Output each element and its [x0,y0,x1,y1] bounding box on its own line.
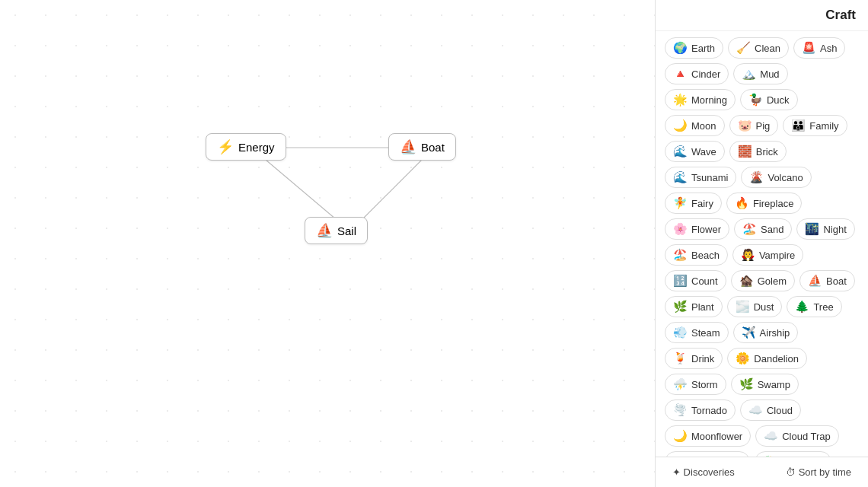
node-label-sail: Sail [337,224,356,237]
chip-label-28: Airship [760,327,790,339]
chip-icon-28: ✈️ [742,326,756,339]
chip-label-13: Volcano [767,172,803,183]
item-chip-pig[interactable]: 🐷Pig [729,115,779,136]
item-chip-clean[interactable]: 🧹Clean [728,37,789,59]
node-label-energy: Energy [238,141,275,154]
chip-label-18: Night [823,224,846,235]
chip-label-7: Moon [691,120,716,132]
discoveries-button[interactable]: ✦ Discoveries [668,463,739,481]
chip-icon-20: 🧛 [741,248,755,262]
item-chip-tornado[interactable]: 🌪️Tornado [665,399,736,421]
chip-label-23: Boat [826,275,847,287]
item-chip-dust[interactable]: 🌫️Dust [727,296,783,317]
item-chip-mud[interactable]: 🏔️Mud [733,63,787,84]
sidebar: Craft 🌍Earth🧹Clean🚨Ash🔺Cinder🏔️Mud🌟Morni… [655,0,868,487]
chip-icon-35: 🌙 [673,429,688,443]
chip-label-34: Cloud [767,405,793,416]
chip-icon-6: 🦆 [748,93,763,107]
chip-icon-7: 🌙 [673,119,688,132]
item-chip-count[interactable]: 🔢Count [665,270,726,291]
item-chip-storm[interactable]: ⛈️Storm [665,374,726,395]
item-chip-airship[interactable]: ✈️Airship [733,322,799,343]
item-chip-dragonfly[interactable]: 🐉Dragonfly [755,451,832,457]
chip-label-29: Drink [691,353,714,364]
item-chip-volcano[interactable]: 🌋Volcano [741,167,811,188]
chip-label-33: Tornado [691,405,727,416]
chip-label-6: Duck [767,94,790,106]
chip-label-5: Morning [691,94,727,106]
node-energy[interactable]: ⚡Energy [206,133,286,161]
discoveries-label: ✦ Discoveries [672,466,735,478]
chip-label-8: Pig [756,120,771,132]
chip-icon-33: 🌪️ [673,403,688,417]
item-chip-beach[interactable]: 🏖️Beach [665,244,728,266]
chip-label-16: Flower [691,224,721,235]
sidebar-title: Craft [825,8,856,22]
item-chip-sand[interactable]: 🏖️Sand [734,218,792,240]
chip-label-0: Earth [691,43,715,54]
node-icon-sail: ⛵ [316,222,333,239]
item-chip-flower[interactable]: 🌸Flower [665,218,729,240]
item-chip-cinder[interactable]: 🔺Cinder [665,63,729,84]
item-chip-moon[interactable]: 🌙Moon [665,115,725,136]
item-chip-morning[interactable]: 🌟Morning [665,89,736,110]
item-chip-family[interactable]: 👪Family [783,115,847,136]
item-chip-cloud[interactable]: ☁️Cloud [740,399,801,421]
chip-icon-17: 🏖️ [742,222,757,236]
item-chip-steam[interactable]: 💨Steam [665,322,729,343]
chip-icon-29: 🍹 [673,352,688,365]
chip-icon-32: 🌿 [739,377,754,391]
item-chip-fairy[interactable]: 🧚Fairy [665,193,722,214]
chip-icon-12: 🌊 [673,170,688,184]
chip-label-24: Plant [691,301,714,313]
sort-button[interactable]: ⏱ Sort by time [781,463,856,481]
sidebar-footer: ✦ Discoveries ⏱ Sort by time [656,457,868,487]
chip-label-21: Count [691,275,718,287]
canvas-area[interactable]: ⚡Energy⛵Boat⛵Sail [0,0,655,487]
item-chip-tsunami[interactable]: 🌊Tsunami [665,167,736,188]
node-boat[interactable]: ⛵Boat [388,133,456,161]
item-chip-tree[interactable]: 🌲Tree [787,296,841,317]
chip-label-25: Dust [754,301,774,313]
chip-label-36: Cloud Trap [782,431,831,442]
chip-icon-25: 🌫️ [736,300,750,314]
item-chip-fireplace[interactable]: 🔥Fireplace [726,193,802,214]
chip-label-26: Tree [813,301,833,313]
item-chip-duck[interactable]: 🦆Duck [740,89,798,110]
chip-label-27: Steam [691,327,720,339]
chip-icon-1: 🧹 [736,41,751,55]
item-chip-vampire[interactable]: 🧛Vampire [732,244,803,266]
node-sail[interactable]: ⛵Sail [305,217,368,244]
chip-label-12: Tsunami [691,172,728,183]
item-chip-dandelion[interactable]: 🌼Dandelion [727,348,807,369]
chip-icon-18: 🌃 [805,222,819,236]
item-chip-ash[interactable]: 🚨Ash [793,37,845,59]
item-chip-plant[interactable]: 🌿Plant [665,296,723,317]
chip-label-2: Ash [820,43,837,54]
chip-label-9: Family [809,120,838,132]
items-container[interactable]: 🌍Earth🧹Clean🚨Ash🔺Cinder🏔️Mud🌟Morning🦆Duc… [656,31,868,457]
item-chip-piggy-bank[interactable]: 🐷Piggy Bank [665,451,750,457]
item-chip-moonflower[interactable]: 🌙Moonflower [665,425,751,447]
item-chip-boat[interactable]: ⛵Boat [799,270,855,291]
item-chip-wave[interactable]: 🌊Wave [665,141,725,162]
chip-label-20: Vampire [759,250,795,261]
chip-label-4: Mud [760,68,779,80]
item-chip-brick[interactable]: 🧱Brick [729,141,787,162]
item-chip-night[interactable]: 🌃Night [796,218,854,240]
chip-icon-21: 🔢 [673,274,688,288]
chip-icon-9: 👪 [791,119,806,132]
chip-icon-19: 🏖️ [673,248,688,262]
item-chip-swamp[interactable]: 🌿Swamp [731,374,799,395]
item-chip-cloud-trap[interactable]: ☁️Cloud Trap [755,425,839,447]
chip-icon-16: 🌸 [673,222,688,236]
item-chip-earth[interactable]: 🌍Earth [665,37,723,59]
chip-icon-30: 🌼 [736,352,750,365]
item-chip-drink[interactable]: 🍹Drink [665,348,723,369]
chip-icon-5: 🌟 [673,93,688,107]
chip-label-15: Fireplace [753,198,793,209]
chip-icon-0: 🌍 [673,41,688,55]
chip-icon-11: 🧱 [738,145,752,158]
item-chip-golem[interactable]: 🏚️Golem [731,270,795,291]
chip-icon-24: 🌿 [673,300,688,314]
